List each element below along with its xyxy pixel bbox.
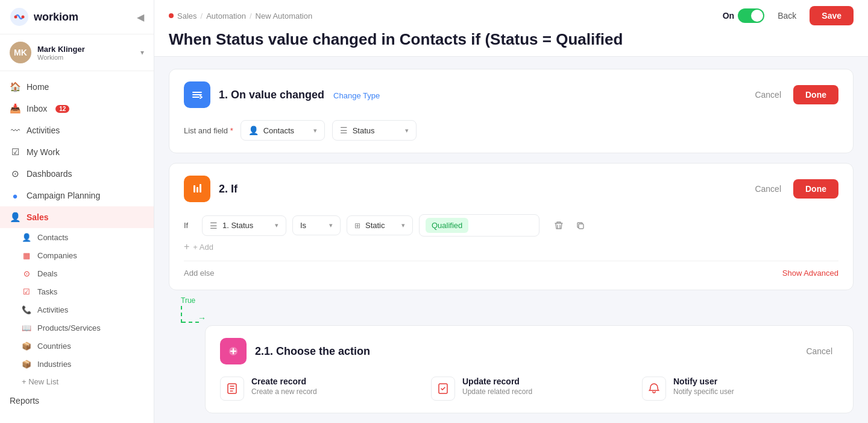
sidebar-collapse-btn[interactable]: ◀: [137, 11, 144, 23]
step2-actions: Cancel Done: [749, 179, 838, 199]
add-else-link[interactable]: Add else: [184, 269, 215, 278]
delete-condition-button[interactable]: [550, 217, 567, 234]
svg-rect-4: [197, 187, 198, 192]
qualified-tag: Qualified: [426, 218, 468, 233]
companies-icon: ▦: [22, 250, 31, 260]
change-type-link[interactable]: Change Type: [333, 91, 380, 100]
sidebar-sub-contacts[interactable]: 👤 Contacts: [0, 228, 154, 246]
sidebar-item-activities[interactable]: 〰 Activities: [0, 119, 154, 141]
cond-type-value: Static: [365, 221, 393, 230]
list-dropdown-value: Contacts: [263, 126, 305, 135]
breadcrumb-current: New Automation: [256, 11, 313, 21]
connector-horizontal: [182, 322, 199, 323]
contacts-icon: 👤: [22, 232, 31, 242]
automation-toggle[interactable]: [738, 8, 764, 23]
condition-field-dropdown[interactable]: ☰ 1. Status ▾: [202, 215, 286, 236]
sidebar-item-dashboards[interactable]: ⊙ Dashboards: [0, 163, 154, 185]
back-button[interactable]: Back: [772, 7, 802, 24]
condition-row-actions: [550, 217, 589, 234]
required-indicator: *: [230, 126, 233, 135]
show-advanced-link[interactable]: Show Advanced: [782, 269, 838, 278]
deals-icon: ⊙: [22, 269, 31, 278]
sidebar-sub-industries[interactable]: 📦 Industries: [0, 355, 154, 373]
contacts-dropdown-icon: 👤: [248, 126, 259, 135]
sidebar-sub-label: Activities: [37, 305, 68, 314]
notify-user-option[interactable]: Notify user Notify specific user: [642, 377, 838, 401]
cond-type-icon: ⊞: [354, 221, 360, 230]
list-dropdown[interactable]: 👤 Contacts ▾: [241, 120, 325, 141]
breadcrumb-automation[interactable]: Automation: [206, 11, 246, 21]
true-connector: True →: [169, 296, 854, 323]
step2-card: 2. If Cancel Done If ☰ 1. Status ▾ Is ▾: [169, 163, 854, 290]
add-icon: +: [184, 241, 189, 252]
sidebar-sub-products[interactable]: 📖 Products/Services: [0, 319, 154, 337]
cond-field-value: 1. Status: [222, 221, 266, 230]
sidebar: workiom ◀ MK Mark Klinger Workiom ▾ 🏠 Ho…: [0, 0, 154, 423]
sidebar-sub-companies[interactable]: ▦ Companies: [0, 246, 154, 264]
sidebar-item-home[interactable]: 🏠 Home: [0, 76, 154, 98]
user-chevron-icon: ▾: [140, 48, 144, 57]
step2-done-button[interactable]: Done: [793, 179, 838, 199]
user-section[interactable]: MK Mark Klinger Workiom ▾: [0, 34, 154, 71]
step21-title: 2.1. Choose the action: [255, 345, 791, 358]
step1-title: 1. On value changed Change Type: [219, 89, 740, 101]
step2-cancel-button[interactable]: Cancel: [749, 180, 787, 197]
step21-cancel-button[interactable]: Cancel: [800, 343, 838, 360]
step1-done-button[interactable]: Done: [793, 85, 838, 104]
sidebar-logo[interactable]: workiom: [10, 7, 78, 27]
step1-actions: Cancel Done: [749, 85, 838, 104]
activities-icon: 〰: [10, 125, 20, 136]
step1-field-row: List and field * 👤 Contacts ▾ ☰ Status ▾: [184, 120, 838, 141]
breadcrumb-dot: [169, 13, 174, 18]
condition-type-dropdown[interactable]: ⊞ Static ▾: [347, 215, 413, 235]
sidebar-item-reports[interactable]: Reports: [0, 390, 154, 411]
condition-value-input[interactable]: Qualified: [419, 214, 539, 237]
sidebar-sub-tasks[interactable]: ☑ Tasks: [0, 282, 154, 301]
sidebar-sub-label: Industries: [37, 360, 71, 369]
step1-card: 1. On value changed Change Type Cancel D…: [169, 69, 854, 153]
cond-type-arrow: ▾: [401, 221, 405, 229]
step2-header: 2. If Cancel Done: [184, 176, 838, 202]
sidebar-sub-label: Companies: [37, 251, 77, 260]
step1-cancel-button[interactable]: Cancel: [749, 86, 787, 103]
create-record-option[interactable]: Create record Create a new record: [220, 377, 417, 401]
sidebar-sub-countries[interactable]: 📦 Countries: [0, 337, 154, 355]
content-area: 1. On value changed Change Type Cancel D…: [154, 57, 868, 423]
copy-condition-button[interactable]: [572, 217, 589, 234]
toggle-container: On: [723, 8, 764, 23]
condition-op-dropdown[interactable]: Is ▾: [292, 215, 341, 235]
home-icon: 🏠: [10, 81, 20, 92]
update-record-title: Update record: [462, 377, 532, 386]
sidebar-item-label: Sales: [27, 212, 49, 222]
save-button[interactable]: Save: [810, 6, 854, 25]
sidebar-item-inbox[interactable]: 📥 Inbox 12: [0, 98, 154, 119]
sidebar-sub-activities[interactable]: 📞 Activities: [0, 301, 154, 319]
sidebar-sub-deals[interactable]: ⊙ Deals: [0, 264, 154, 282]
sidebar-item-label: Home: [27, 82, 49, 92]
sidebar-item-label: Inbox: [27, 104, 47, 113]
inbox-badge: 12: [55, 105, 69, 113]
field-dropdown[interactable]: ☰ Status ▾: [332, 120, 417, 141]
sidebar-item-sales[interactable]: 👤 Sales: [0, 206, 154, 228]
sidebar-sub-label: Countries: [37, 342, 71, 351]
breadcrumb-sales[interactable]: Sales: [177, 11, 197, 21]
dashboards-icon: ⊙: [10, 168, 20, 179]
svg-rect-6: [579, 224, 583, 229]
action-options: Create record Create a new record Update…: [220, 377, 838, 401]
list-dropdown-arrow: ▾: [313, 127, 317, 135]
sidebar-item-my-work[interactable]: ☑ My Work: [0, 141, 154, 163]
new-list-button[interactable]: + New List: [0, 373, 154, 390]
user-name: Mark Klinger: [37, 45, 134, 54]
sidebar-sub-label: Deals: [37, 269, 57, 278]
top-header: Sales / Automation / New Automation On B…: [154, 0, 868, 57]
create-record-title: Create record: [251, 377, 317, 386]
field-dropdown-arrow: ▾: [405, 127, 409, 135]
create-record-desc: Create a new record: [251, 387, 317, 396]
add-condition-row[interactable]: + + Add: [184, 237, 838, 252]
sidebar-sub-label: Tasks: [37, 287, 57, 296]
app-name: workiom: [34, 11, 78, 24]
cond-op-value: Is: [300, 221, 321, 230]
cond-op-arrow: ▾: [329, 221, 333, 229]
update-record-option[interactable]: Update record Update related record: [431, 377, 627, 401]
sidebar-item-campaign-planning[interactable]: ● Campaign Planning: [0, 185, 154, 206]
